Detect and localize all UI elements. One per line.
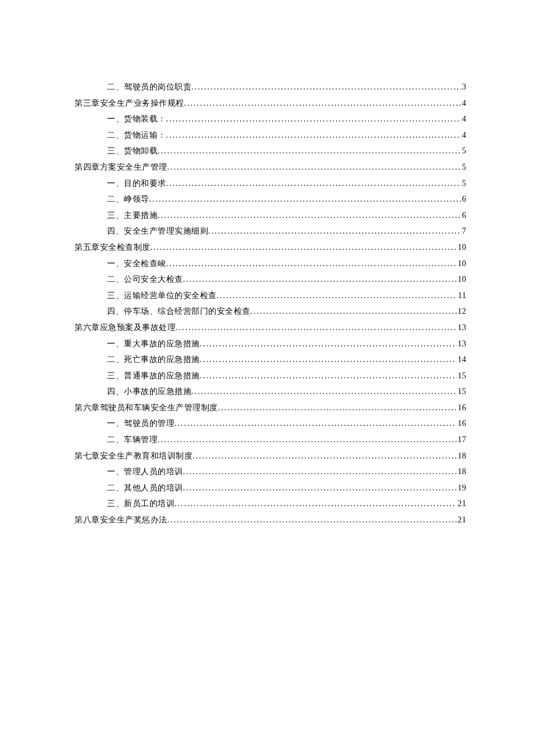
toc-page-number: 7 bbox=[461, 223, 467, 239]
toc-entry: 一、货物装载：4 bbox=[74, 111, 466, 127]
toc-leader-dots bbox=[174, 415, 456, 432]
toc-leader-dots bbox=[200, 352, 457, 368]
toc-entry: 四、停车场、综合经营部门的安全检查12 bbox=[74, 303, 466, 320]
toc-label: 三、普通事故的应急措施 bbox=[107, 368, 200, 384]
toc-page-number: 15 bbox=[456, 384, 466, 400]
toc-leader-dots bbox=[166, 111, 461, 127]
toc-entry: 一、管理人员的培训18 bbox=[74, 464, 466, 480]
toc-entry: 第六章应急预案及事故处理13 bbox=[74, 320, 466, 336]
toc-page-number: 5 bbox=[461, 159, 467, 175]
toc-page-number: 11 bbox=[457, 288, 466, 304]
toc-leader-dots bbox=[183, 464, 457, 480]
toc-leader-dots bbox=[218, 400, 457, 416]
toc-entry: 二、峥领导6 bbox=[74, 191, 466, 207]
toc-page-number: 10 bbox=[456, 239, 466, 256]
toc-label: 第四章方案安全生产管理 bbox=[74, 159, 167, 175]
toc-page-number: 12 bbox=[456, 303, 466, 320]
toc-page-number: 21 bbox=[456, 496, 466, 512]
toc-leader-dots bbox=[217, 288, 457, 304]
toc-page-number: 3 bbox=[461, 79, 467, 95]
toc-label: 第五章安全检查制度 bbox=[74, 239, 151, 256]
toc-page-number: 18 bbox=[456, 464, 466, 480]
toc-label: 一、目的和要求 bbox=[107, 175, 166, 192]
toc-leader-dots bbox=[200, 336, 457, 352]
toc-page-number: 6 bbox=[461, 191, 467, 207]
toc-label: 第三章安全生产业务操作规程 bbox=[74, 95, 184, 112]
toc-label: 四、小事故的应急措施 bbox=[107, 384, 191, 400]
toc-entry: 一、安全检查峻10 bbox=[74, 256, 466, 272]
toc-page-number: 19 bbox=[456, 480, 466, 496]
toc-entry: 二、驾驶员的岗位职责3 bbox=[74, 79, 466, 95]
toc-label: 四、安全生产管理实施细则 bbox=[107, 223, 208, 239]
toc-leader-dots bbox=[166, 175, 461, 192]
toc-label: 三、货物卸载 bbox=[107, 143, 158, 159]
toc-leader-dots bbox=[166, 256, 457, 272]
toc-entry: 三、普通事故的应急措施15 bbox=[74, 368, 466, 384]
toc-label: 四、停车场、综合经营部门的安全检查 bbox=[107, 303, 251, 320]
toc-label: 二、死亡事故的应急措施 bbox=[107, 352, 200, 368]
toc-leader-dots bbox=[167, 159, 461, 175]
toc-page-number: 16 bbox=[456, 400, 466, 416]
toc-entry: 一、重大事故的应急措施13 bbox=[74, 336, 466, 352]
toc-leader-dots bbox=[158, 432, 456, 448]
toc-entry: 第五章安全检查制度10 bbox=[74, 239, 466, 256]
toc-leader-dots bbox=[176, 320, 456, 336]
toc-page-number: 10 bbox=[456, 256, 466, 272]
toc-page-number: 14 bbox=[456, 352, 466, 368]
toc-label: 二、公司安全大检查 bbox=[107, 271, 183, 288]
toc-leader-dots bbox=[166, 127, 461, 144]
toc-entry: 第八章安全生产奖惩办法21 bbox=[74, 512, 466, 528]
toc-entry: 第七章安全生产教育和培训制度18 bbox=[74, 448, 466, 464]
toc-label: 一、重大事故的应急措施 bbox=[107, 336, 200, 352]
toc-label: 第七章安全生产教育和培训制度 bbox=[74, 448, 192, 464]
toc-leader-dots bbox=[200, 368, 457, 384]
toc-label: 一、货物装载： bbox=[107, 111, 166, 127]
toc-label: 三、主要措施 bbox=[107, 207, 158, 224]
toc-label: 第六章驾驶员和车辆安全生产管理制度 bbox=[74, 400, 218, 416]
toc-leader-dots bbox=[191, 384, 456, 400]
toc-entry: 二、公司安全大检查10 bbox=[74, 271, 466, 288]
toc-entry: 第四章方案安全生产管理5 bbox=[74, 159, 466, 175]
toc-leader-dots bbox=[183, 480, 457, 496]
toc-label: 二、峥领导 bbox=[107, 191, 149, 207]
toc-label: 一、安全检查峻 bbox=[107, 256, 166, 272]
toc-label: 三、新员工的培训 bbox=[107, 496, 174, 512]
toc-label: 第六章应急预案及事故处理 bbox=[74, 320, 176, 336]
toc-entry: 一、目的和要求5 bbox=[74, 175, 466, 192]
toc-page-number: 5 bbox=[461, 143, 467, 159]
toc-leader-dots bbox=[184, 95, 461, 112]
toc-leader-dots bbox=[192, 448, 456, 464]
toc-leader-dots bbox=[191, 79, 461, 95]
toc-page-number: 13 bbox=[456, 336, 466, 352]
toc-label: 一、管理人员的培训 bbox=[107, 464, 183, 480]
toc-page-number: 18 bbox=[456, 448, 466, 464]
toc-page-number: 4 bbox=[461, 127, 467, 144]
toc-leader-dots bbox=[174, 496, 456, 512]
toc-leader-dots bbox=[151, 239, 457, 256]
toc-entry: 二、车辆管理17 bbox=[74, 432, 466, 448]
toc-page-number: 4 bbox=[461, 111, 467, 127]
toc-label: 二、货物运输： bbox=[107, 127, 166, 144]
toc-entry: 第三章安全生产业务操作规程4 bbox=[74, 95, 466, 112]
toc-label: 二、车辆管理 bbox=[107, 432, 158, 448]
toc-page-number: 4 bbox=[461, 95, 467, 112]
toc-label: 三、运输经营单位的安全检查 bbox=[107, 288, 217, 304]
toc-leader-dots bbox=[158, 143, 461, 159]
toc-page-number: 13 bbox=[456, 320, 466, 336]
toc-entry: 第六章驾驶员和车辆安全生产管理制度16 bbox=[74, 400, 466, 416]
toc-label: 二、驾驶员的岗位职责 bbox=[107, 79, 191, 95]
toc-leader-dots bbox=[208, 223, 461, 239]
toc-label: 二、其他人员的培训 bbox=[107, 480, 183, 496]
toc-page-number: 15 bbox=[456, 368, 466, 384]
toc-entry: 四、小事故的应急措施15 bbox=[74, 384, 466, 400]
toc-entry: 二、货物运输：4 bbox=[74, 127, 466, 144]
toc-label: 第八章安全生产奖惩办法 bbox=[74, 512, 167, 528]
toc-entry: 二、其他人员的培训19 bbox=[74, 480, 466, 496]
toc-page-number: 16 bbox=[456, 415, 466, 432]
toc-entry: 三、主要措施6 bbox=[74, 207, 466, 224]
toc-leader-dots bbox=[158, 207, 461, 224]
toc-leader-dots bbox=[183, 271, 457, 288]
toc-entry: 三、运输经营单位的安全检查11 bbox=[74, 288, 466, 304]
toc-entry: 三、货物卸载5 bbox=[74, 143, 466, 159]
toc-entry: 三、新员工的培训21 bbox=[74, 496, 466, 512]
